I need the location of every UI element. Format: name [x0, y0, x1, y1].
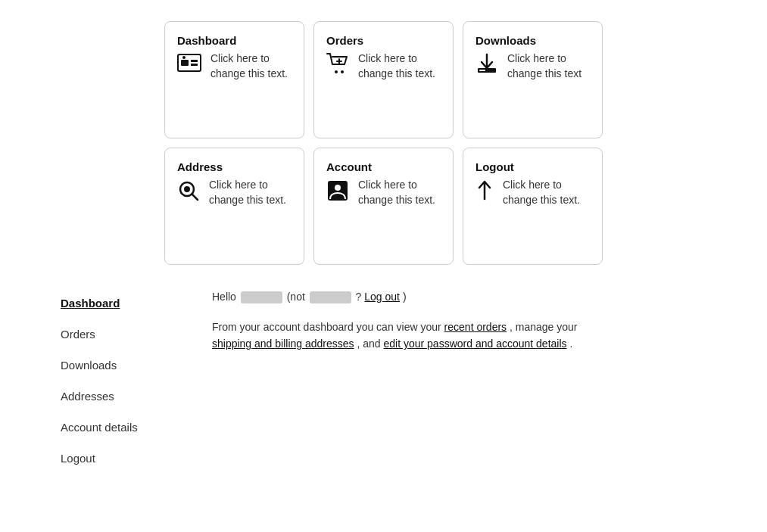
- orders-icon: [326, 53, 349, 79]
- sidebar-item-addresses[interactable]: Addresses: [61, 381, 182, 412]
- address-icon: [177, 179, 200, 207]
- card-dashboard-text: Click here to change this text.: [210, 51, 292, 81]
- card-dashboard-title: Dashboard: [177, 34, 292, 47]
- account-icon: [326, 179, 349, 207]
- card-downloads[interactable]: Downloads Click here to change this text: [463, 21, 603, 138]
- svg-point-4: [182, 56, 186, 59]
- card-orders[interactable]: Orders Click here to change this text.: [313, 21, 454, 138]
- sidebar-item-dashboard[interactable]: Dashboard: [61, 288, 182, 319]
- card-account-text: Click here to change this text.: [358, 178, 441, 207]
- content-area: Hello (not ? Log out ) From your account…: [212, 288, 706, 474]
- sidebar-item-account-details[interactable]: Account details: [61, 412, 182, 443]
- recent-orders-link[interactable]: recent orders: [444, 321, 507, 333]
- sidebar-nav: Dashboard Orders Downloads Addresses Acc…: [61, 288, 182, 474]
- description-2: , manage your: [510, 321, 578, 333]
- card-address-text: Click here to change this text.: [209, 178, 292, 207]
- svg-point-11: [184, 186, 190, 192]
- downloads-icon: [475, 53, 498, 79]
- sidebar-item-logout[interactable]: Logout: [61, 443, 182, 474]
- greeting-line: Hello (not ? Log out ): [212, 289, 706, 305]
- log-out-link[interactable]: Log out: [364, 291, 400, 303]
- sidebar-item-orders[interactable]: Orders: [61, 319, 182, 350]
- svg-rect-3: [191, 64, 198, 66]
- greeting-close: ): [403, 291, 407, 303]
- svg-rect-8: [479, 70, 485, 71]
- username-placeholder: [241, 291, 282, 303]
- card-logout[interactable]: Logout Click here to change this text.: [463, 148, 603, 265]
- card-account-title: Account: [326, 160, 441, 173]
- description-3: , and: [357, 338, 380, 350]
- description-1: From your account dashboard you can view…: [212, 321, 441, 333]
- greeting-not: (not: [287, 291, 305, 303]
- shipping-link[interactable]: shipping and billing addresses: [212, 338, 354, 350]
- card-orders-title: Orders: [326, 34, 441, 47]
- account-details-link[interactable]: edit your password and account details: [384, 338, 567, 350]
- svg-point-6: [341, 70, 344, 73]
- svg-rect-1: [181, 60, 189, 66]
- card-account[interactable]: Account Click here to change this text.: [313, 148, 454, 265]
- not-username-placeholder: [310, 291, 351, 303]
- card-downloads-text: Click here to change this text: [507, 51, 590, 81]
- svg-rect-2: [191, 60, 198, 62]
- description-paragraph: From your account dashboard you can view…: [212, 319, 706, 353]
- cards-section: Dashboard Click here to change this text…: [0, 0, 767, 280]
- card-logout-title: Logout: [475, 160, 590, 173]
- card-address-title: Address: [177, 160, 292, 173]
- card-dashboard[interactable]: Dashboard Click here to change this text…: [164, 21, 304, 138]
- main-area: Dashboard Orders Downloads Addresses Acc…: [0, 280, 767, 474]
- card-logout-text: Click here to change this text.: [503, 178, 590, 207]
- cards-row-2: Address Click here to change this text. …: [164, 148, 603, 265]
- svg-point-13: [335, 185, 341, 191]
- greeting-question: ?: [356, 291, 362, 303]
- svg-line-10: [192, 194, 198, 201]
- dashboard-icon: [177, 53, 201, 77]
- greeting-prefix: Hello: [212, 291, 236, 303]
- svg-point-5: [335, 70, 338, 73]
- logout-icon: [475, 179, 494, 207]
- card-orders-text: Click here to change this text.: [358, 51, 441, 81]
- sidebar-item-downloads[interactable]: Downloads: [61, 350, 182, 381]
- description-4: .: [569, 338, 572, 350]
- card-downloads-title: Downloads: [475, 34, 590, 47]
- card-address[interactable]: Address Click here to change this text.: [164, 148, 304, 265]
- cards-row-1: Dashboard Click here to change this text…: [164, 21, 603, 138]
